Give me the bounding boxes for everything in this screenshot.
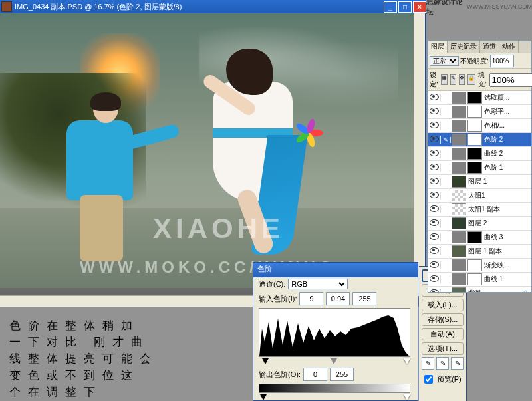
- caption-text: 色阶在整体稍加一下对比 刚才曲 线整体提亮可能会变色或不到位这 个在调整下: [9, 317, 242, 400]
- blend-mode-select[interactable]: 正常: [430, 56, 459, 66]
- layer-thumb: [452, 259, 466, 271]
- layer-name: 图层 1 副本: [467, 247, 531, 256]
- visibility-toggle[interactable]: [428, 150, 441, 158]
- layer-thumb: [452, 217, 466, 229]
- layer-list[interactable]: 选取颜...色彩平...色相/...✎色阶 2曲线 2色阶 1图层 1太阳1太阳…: [428, 91, 531, 292]
- gray-eyedropper-icon[interactable]: ✎: [436, 357, 449, 370]
- layer-thumb: [452, 245, 466, 257]
- input-slider[interactable]: [259, 358, 412, 366]
- layer-row[interactable]: 色相/...: [428, 119, 531, 133]
- mask-thumb: [467, 134, 482, 146]
- layer-thumb: [452, 106, 466, 118]
- fill-field[interactable]: [489, 73, 532, 87]
- maximize-button[interactable]: □: [398, 1, 412, 13]
- opacity-field[interactable]: [490, 55, 514, 67]
- lock-paint-icon[interactable]: ✎: [450, 74, 456, 85]
- options-button[interactable]: 选项(T)...: [422, 342, 464, 355]
- eye-icon: [430, 108, 439, 114]
- tab-actions[interactable]: 动作: [499, 41, 519, 53]
- eye-icon: [430, 289, 439, 292]
- canvas-image: XIAOHE WWW.MOKO.CC/XUNUO: [0, 13, 425, 288]
- output-slider[interactable]: [259, 394, 412, 401]
- input-mid-field[interactable]: [326, 292, 350, 305]
- visibility-toggle[interactable]: [428, 233, 441, 241]
- tab-channels[interactable]: 通道: [480, 41, 499, 53]
- levels-titlebar[interactable]: 色阶: [253, 263, 418, 277]
- lock-move-icon[interactable]: ✥: [459, 74, 465, 85]
- layer-name: 曲线 2: [483, 149, 531, 158]
- output-highlight-field[interactable]: [330, 368, 354, 381]
- layer-row[interactable]: 曲线 2: [428, 147, 531, 161]
- visibility-toggle[interactable]: [428, 205, 441, 213]
- layer-row[interactable]: 曲线 1: [428, 273, 531, 287]
- input-shadow-field[interactable]: [299, 292, 323, 305]
- layer-row[interactable]: 太阳1 副本: [428, 203, 531, 217]
- mask-thumb: [467, 106, 482, 118]
- output-shadow-field[interactable]: [303, 368, 327, 381]
- tab-history[interactable]: 历史记录: [448, 41, 480, 53]
- layer-thumb: [452, 203, 466, 215]
- mask-thumb: [467, 273, 482, 285]
- save-button[interactable]: 存储(S)...: [422, 313, 464, 326]
- mask-thumb: [467, 162, 482, 174]
- layer-row[interactable]: 曲线 3: [428, 231, 531, 245]
- lock-all-icon[interactable]: 🔒: [467, 74, 475, 85]
- lock-trans-icon[interactable]: ▦: [441, 74, 448, 85]
- layer-row[interactable]: 色彩平...: [428, 105, 531, 119]
- visibility-toggle[interactable]: [428, 275, 441, 283]
- layer-row[interactable]: ✎色阶 2: [428, 133, 531, 147]
- visibility-toggle[interactable]: [428, 136, 441, 144]
- layer-row[interactable]: 图层 1 副本: [428, 245, 531, 259]
- layer-row[interactable]: 图层 2: [428, 217, 531, 231]
- preview-checkbox[interactable]: 预览(P): [422, 373, 464, 386]
- lock-label: 锁定:: [430, 70, 438, 89]
- output-levels-label: 输出色阶(O):: [259, 370, 301, 380]
- visibility-toggle[interactable]: [428, 164, 441, 172]
- white-eyedropper-icon[interactable]: ✎: [451, 357, 464, 370]
- visibility-toggle[interactable]: [428, 178, 441, 186]
- input-levels-label: 输入色阶(I):: [259, 294, 297, 304]
- layer-row[interactable]: 图层 1: [428, 175, 531, 189]
- eye-icon: [430, 247, 439, 254]
- eye-icon: [430, 122, 439, 128]
- input-highlight-field[interactable]: [352, 292, 376, 305]
- visibility-toggle[interactable]: [428, 108, 441, 116]
- eye-icon: [430, 233, 439, 240]
- layer-thumb: [452, 148, 466, 160]
- doc-title: IMG_0434 副本.PSD @ 16.7% (色阶 2, 图层蒙版/8): [15, 2, 384, 12]
- layer-row[interactable]: 选取颜...: [428, 91, 531, 105]
- histogram: [259, 308, 410, 357]
- doc-icon: [1, 1, 12, 12]
- link-cell[interactable]: ✎: [441, 137, 451, 143]
- layer-row[interactable]: 背景🔒: [428, 287, 531, 292]
- minimize-button[interactable]: _: [384, 1, 397, 13]
- tab-layers[interactable]: 图层: [428, 41, 448, 53]
- channel-select[interactable]: RGB: [288, 279, 348, 289]
- visibility-toggle[interactable]: [428, 261, 441, 269]
- visibility-toggle[interactable]: [428, 94, 441, 102]
- scrollbar-vertical[interactable]: [414, 13, 425, 296]
- visibility-toggle[interactable]: [428, 219, 441, 227]
- load-button[interactable]: 载入(L)...: [422, 299, 464, 311]
- visibility-toggle[interactable]: [428, 247, 441, 255]
- layer-name: 渐变映...: [483, 261, 531, 270]
- visibility-toggle[interactable]: [428, 192, 441, 200]
- eye-icon: [430, 178, 439, 184]
- layer-row[interactable]: 渐变映...: [428, 259, 531, 273]
- auto-button[interactable]: 自动(A): [422, 328, 464, 340]
- opacity-label: 不透明度:: [460, 57, 489, 66]
- levels-dialog[interactable]: 色阶 通道(C): RGB 输入色阶(I): 输出色阶(O):: [253, 262, 418, 401]
- layer-name: 背景: [467, 289, 519, 292]
- visibility-toggle[interactable]: [428, 122, 441, 130]
- visibility-toggle[interactable]: [428, 289, 441, 292]
- eye-icon: [430, 261, 439, 268]
- layer-name: 选取颜...: [483, 93, 531, 102]
- layer-name: 曲线 1: [483, 275, 531, 284]
- black-eyedropper-icon[interactable]: ✎: [422, 357, 434, 370]
- eye-icon: [430, 136, 439, 142]
- layers-panel[interactable]: 图层 历史记录 通道 动作 正常 不透明度: 锁定: ▦ ✎ ✥ 🔒 填充: 选…: [428, 40, 532, 293]
- layer-row[interactable]: 太阳1: [428, 189, 531, 203]
- layer-row[interactable]: 色阶 1: [428, 161, 531, 175]
- close-button[interactable]: ×: [413, 1, 426, 13]
- page-branding: 思缘设计论坛 WWW.MISSYUAN.COM: [426, 0, 532, 13]
